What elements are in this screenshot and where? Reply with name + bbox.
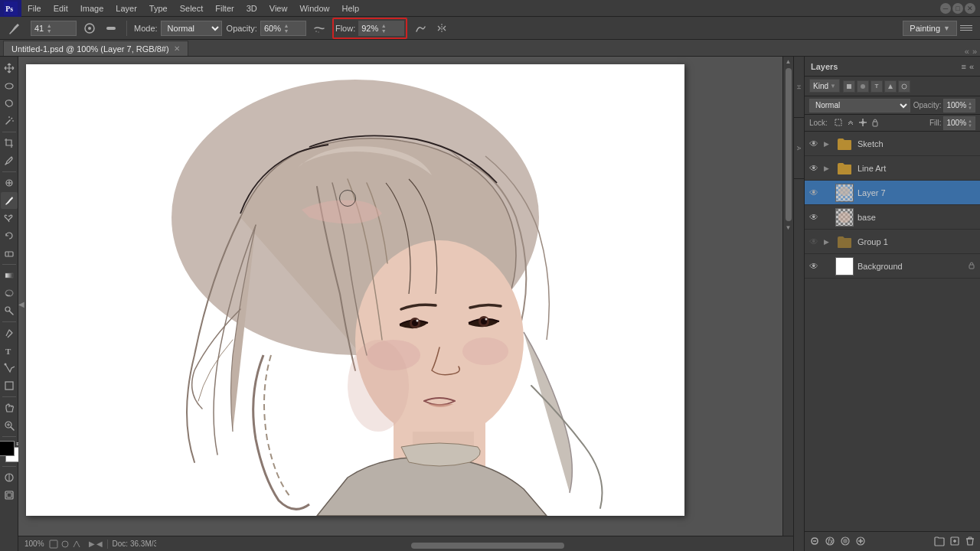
menu-3d[interactable]: 3D bbox=[240, 0, 263, 17]
layer-item-base[interactable]: 👁 ▶ base bbox=[805, 205, 980, 230]
lock-pixels-icon[interactable] bbox=[846, 118, 855, 129]
menu-edit[interactable]: Edit bbox=[47, 0, 74, 17]
layer-item-lineart[interactable]: 👁 ▶ Line Art bbox=[805, 156, 980, 181]
layer-item-group1[interactable]: 👁 ▶ Group 1 bbox=[805, 230, 980, 254]
move-tool[interactable] bbox=[1, 60, 18, 77]
layer-mode-select[interactable]: Normal Multiply Screen Overlay bbox=[809, 99, 910, 112]
menu-layer[interactable]: Layer bbox=[109, 0, 143, 17]
menu-file[interactable]: File bbox=[21, 0, 47, 17]
zoom-tool[interactable] bbox=[1, 417, 18, 434]
layer-expand-sketch[interactable]: ▶ bbox=[824, 140, 831, 148]
add-style-button[interactable]: fx bbox=[825, 536, 835, 548]
panel-menu-button[interactable]: ≡ bbox=[961, 62, 965, 71]
brush-size-up[interactable]: ▲ bbox=[46, 23, 52, 28]
panels-toggle-right[interactable]: » bbox=[972, 47, 977, 56]
scroll-down-arrow[interactable]: ▼ bbox=[786, 224, 792, 231]
layer-item-background[interactable]: 👁 ▶ Background bbox=[805, 254, 980, 279]
layer-visibility-background[interactable]: 👁 bbox=[809, 261, 820, 272]
flow-up[interactable]: ▲ bbox=[381, 23, 387, 28]
brush-tool-icon[interactable] bbox=[3, 18, 26, 38]
menu-select[interactable]: Select bbox=[174, 0, 210, 17]
filter-shape-button[interactable] bbox=[884, 80, 897, 93]
scroll-left-icon[interactable]: ◀ bbox=[18, 300, 24, 308]
history-panel-icon[interactable]: H bbox=[795, 85, 802, 90]
foreground-color-swatch[interactable] bbox=[0, 441, 15, 456]
opacity-down[interactable]: ▼ bbox=[283, 28, 289, 34]
menu-help[interactable]: Help bbox=[336, 0, 366, 17]
add-adjustment-button[interactable] bbox=[855, 536, 866, 548]
brush-tool-active[interactable] bbox=[1, 192, 18, 209]
opacity-input[interactable]: 60% ▲ ▼ bbox=[260, 21, 306, 36]
layer-visibility-sketch[interactable]: 👁 bbox=[809, 139, 820, 149]
filter-adjustment-button[interactable] bbox=[857, 80, 869, 93]
menu-type[interactable]: Type bbox=[143, 0, 174, 17]
magic-wand-tool[interactable] bbox=[1, 112, 18, 129]
hand-tool[interactable] bbox=[1, 399, 18, 416]
opacity-input-group[interactable]: 100% ▲ ▼ bbox=[943, 99, 975, 112]
canvas-area[interactable]: ◀ bbox=[18, 57, 793, 551]
fill-input-group[interactable]: 100% ▲ ▼ bbox=[943, 116, 975, 130]
brush-size-down[interactable]: ▼ bbox=[46, 28, 52, 34]
panel-collapse-button[interactable]: « bbox=[969, 62, 974, 71]
symmetry-button[interactable] bbox=[433, 21, 450, 36]
opacity-down-btn[interactable]: ▼ bbox=[968, 106, 972, 110]
airbrush-button[interactable] bbox=[311, 21, 328, 36]
brush-preset-button[interactable] bbox=[81, 21, 98, 36]
screen-mode-button[interactable] bbox=[1, 487, 18, 504]
history-brush-tool[interactable] bbox=[1, 227, 18, 244]
layer-expand-group1[interactable]: ▶ bbox=[824, 238, 831, 246]
layer-expand-lineart[interactable]: ▶ bbox=[824, 165, 831, 172]
menu-filter[interactable]: Filter bbox=[209, 0, 240, 17]
lock-position-icon[interactable] bbox=[858, 118, 867, 129]
status-icons[interactable] bbox=[49, 540, 81, 549]
menu-image[interactable]: Image bbox=[74, 0, 110, 17]
toggle-pressure-button[interactable] bbox=[103, 21, 119, 36]
prev-frame-button[interactable]: ▶ bbox=[89, 540, 95, 548]
fill-down-btn[interactable]: ▼ bbox=[968, 123, 972, 128]
clone-stamp-tool[interactable] bbox=[1, 210, 18, 227]
opacity-up[interactable]: ▲ bbox=[283, 23, 289, 28]
dodge-tool[interactable] bbox=[1, 302, 18, 319]
mode-select[interactable]: Normal Multiply Screen bbox=[161, 21, 222, 36]
layer-visibility-group1[interactable]: 👁 bbox=[809, 236, 820, 247]
document-tab[interactable]: Untitled-1.psd @ 100% (Layer 7, RGB/8#) … bbox=[3, 41, 188, 56]
flow-input[interactable]: 92% ▲ ▼ bbox=[358, 21, 404, 36]
path-selection-tool[interactable] bbox=[1, 360, 18, 377]
lock-all-icon[interactable] bbox=[871, 118, 880, 129]
scroll-up-arrow[interactable]: ▲ bbox=[786, 58, 792, 65]
pen-tool[interactable] bbox=[1, 324, 18, 341]
eyedropper-tool[interactable] bbox=[1, 152, 18, 169]
new-layer-button[interactable] bbox=[949, 536, 960, 548]
healing-brush-tool[interactable] bbox=[1, 174, 18, 191]
panels-toggle-left[interactable]: « bbox=[965, 47, 969, 56]
smoothing-button[interactable] bbox=[412, 21, 429, 36]
delete-layer-button[interactable] bbox=[965, 536, 975, 548]
timeline-controls[interactable]: ▶ ◀ bbox=[89, 540, 103, 548]
quick-mask-button[interactable] bbox=[1, 469, 18, 486]
menu-window[interactable]: Window bbox=[293, 0, 335, 17]
shape-tool[interactable] bbox=[1, 377, 18, 394]
lock-transparent-icon[interactable] bbox=[834, 118, 843, 129]
h-scrollbar-thumb[interactable] bbox=[411, 543, 564, 549]
gradient-tool[interactable] bbox=[1, 267, 18, 284]
layer-visibility-base[interactable]: 👁 bbox=[809, 212, 820, 223]
arrange-panels-button[interactable] bbox=[960, 25, 972, 31]
canvas-container[interactable] bbox=[26, 64, 684, 516]
layer-visibility-layer7[interactable]: 👁 bbox=[809, 187, 820, 198]
brush-size-input[interactable]: 41 ▲ ▼ bbox=[31, 21, 77, 36]
text-tool[interactable]: T bbox=[1, 342, 18, 359]
minimize-button[interactable]: ─ bbox=[940, 3, 951, 14]
tab-close-button[interactable]: ✕ bbox=[174, 44, 180, 53]
flow-down[interactable]: ▼ bbox=[381, 28, 387, 34]
v-scrollbar-thumb[interactable] bbox=[786, 68, 792, 221]
canvas-scroll-left[interactable]: ◀ bbox=[18, 300, 24, 308]
layer-item-layer7[interactable]: 👁 ▶ Layer 7 bbox=[805, 181, 980, 205]
layer-item-sketch[interactable]: 👁 ▶ Sketch bbox=[805, 132, 980, 156]
add-mask-button[interactable] bbox=[840, 536, 851, 548]
adjustments-panel-icon[interactable]: A bbox=[795, 146, 802, 150]
blur-tool[interactable] bbox=[1, 285, 18, 302]
filter-kind-dropdown[interactable]: Kind ▼ bbox=[809, 79, 840, 93]
v-scrollbar[interactable]: ▲ ▼ bbox=[782, 57, 793, 536]
crop-tool[interactable] bbox=[1, 135, 18, 152]
rectangular-marquee-tool[interactable] bbox=[1, 77, 18, 94]
